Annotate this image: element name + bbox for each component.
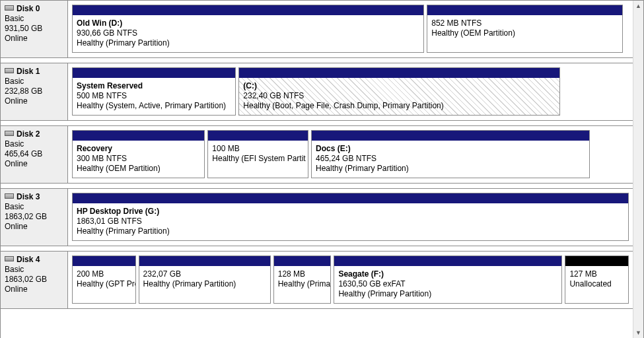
disk-info[interactable]: Disk 1Basic232,88 GBOnline [1,63,68,120]
disk-name: Disk 4 [17,255,40,264]
disk-row: Disk 4Basic1863,02 GBOnline200 MBHealthy… [1,251,633,309]
partition-body: 127 MBUnallocated [565,266,628,303]
partition-size: 232,40 GB NTFS [243,91,555,101]
disk-info[interactable]: Disk 2Basic465,64 GBOnline [1,126,68,183]
partition-size: 930,66 GB NTFS [77,28,419,38]
partition-color-bar [274,256,331,266]
disk-info[interactable]: Disk 4Basic1863,02 GBOnline [1,252,68,308]
disk-info[interactable]: Disk 3Basic1863,02 GBOnline [1,189,68,246]
disk-row: Disk 1Basic232,88 GBOnlineSystem Reserve… [1,63,633,121]
partition-size: 465,24 GB NTFS [316,154,585,164]
disk-icon [5,5,14,11]
disk-status: Online [5,222,63,232]
partition[interactable]: 127 MBUnallocated [565,255,629,304]
partition-size: 200 MB [77,269,131,279]
partition-color-bar [73,5,423,15]
partition-color-bar [73,68,235,78]
partition-body: 852 MB NTFSHealthy (OEM Partition) [427,15,622,52]
scroll-up-button[interactable]: ▲ [633,1,643,11]
partition-size: 852 MB NTFS [431,18,618,28]
disk-size: 931,50 GB [5,24,63,34]
disk-info[interactable]: Disk 0Basic931,50 GBOnline [1,1,68,57]
partition-color-bar [139,256,270,266]
disk-status: Online [5,285,63,294]
partition-body: 128 MBHealthy (Primar [274,266,331,303]
disk-row: Disk 0Basic931,50 GBOnlineOld Win (D:)93… [1,1,633,58]
disk-name: Disk 0 [17,4,40,13]
partition-label: (C:) [243,81,555,91]
partition-status: Healthy (Boot, Page File, Crash Dump, Pr… [243,101,555,111]
partition-color-bar [312,131,589,141]
partition-color-bar [239,68,559,78]
disk-icon [5,193,14,199]
partition[interactable]: HP Desktop Drive (G:)1863,01 GB NTFSHeal… [72,193,629,241]
partition-status: Healthy (Primary Partition) [77,226,624,236]
partitions-area: System Reserved500 MB NTFSHealthy (Syste… [68,63,633,120]
partition-color-bar [208,131,308,141]
partition-color-bar [73,193,628,203]
partition-status: Healthy (EFI System Partit [212,154,304,164]
partition[interactable]: Old Win (D:)930,66 GB NTFSHealthy (Prima… [72,5,424,53]
disk-name: Disk 2 [17,129,40,139]
partition-size: 500 MB NTFS [77,91,231,101]
partition-status: Unallocated [569,279,624,289]
partitions-area: Old Win (D:)930,66 GB NTFSHealthy (Prima… [68,1,633,57]
disk-type: Basic [5,14,63,24]
partition-color-bar [73,131,204,141]
disk-type: Basic [5,265,63,275]
empty-space [592,130,629,178]
partition[interactable]: 852 MB NTFSHealthy (OEM Partition) [427,5,623,53]
partition-body: Old Win (D:)930,66 GB NTFSHealthy (Prima… [73,15,423,52]
disk-type: Basic [5,77,63,86]
partition[interactable]: (C:)232,40 GB NTFSHealthy (Boot, Page Fi… [238,67,560,116]
disk-type: Basic [5,202,63,212]
partition[interactable]: Recovery300 MB NTFSHealthy (OEM Partitio… [72,130,205,178]
partition-body: System Reserved500 MB NTFSHealthy (Syste… [73,78,235,115]
partition-body: HP Desktop Drive (G:)1863,01 GB NTFSHeal… [73,203,628,240]
partition-status: Healthy (OEM Partition) [431,28,618,38]
disk-management-panel: Disk 0Basic931,50 GBOnlineOld Win (D:)93… [0,0,644,338]
partition-size: 1630,50 GB exFAT [338,279,557,289]
partition-body: Recovery300 MB NTFSHealthy (OEM Partitio… [73,141,204,178]
partition-status: Healthy (OEM Partition) [77,164,200,174]
disk-row: Disk 3Basic1863,02 GBOnlineHP Desktop Dr… [1,188,633,246]
vertical-scrollbar[interactable]: ▲ ▼ [633,1,643,338]
partition-status: Healthy (Primar [278,279,327,289]
partition[interactable]: Seagate (F:)1630,50 GB exFATHealthy (Pri… [334,255,562,304]
partition[interactable]: System Reserved500 MB NTFSHealthy (Syste… [72,67,236,116]
disk-name: Disk 1 [17,67,40,76]
empty-space [563,67,629,116]
partition-status: Healthy (Primary Partition) [316,164,585,174]
disk-size: 1863,02 GB [5,275,63,285]
partition-status: Healthy (System, Active, Primary Partiti… [77,101,231,111]
partition[interactable]: 100 MBHealthy (EFI System Partit [207,130,308,178]
partition-size: 300 MB NTFS [77,154,200,164]
partition-label: Docs (E:) [316,144,585,154]
partition[interactable]: Docs (E:)465,24 GB NTFSHealthy (Primary … [311,130,590,178]
partition-body: 200 MBHealthy (GPT Pro [73,266,135,303]
disk-icon [5,131,14,136]
partitions-area: Recovery300 MB NTFSHealthy (OEM Partitio… [68,126,633,183]
disk-icon [5,68,14,73]
partitions-area: HP Desktop Drive (G:)1863,01 GB NTFSHeal… [68,189,633,246]
partition-color-bar [427,5,622,15]
partitions-area: 200 MBHealthy (GPT Pro232,07 GBHealthy (… [68,252,633,308]
partition-label: System Reserved [77,81,231,91]
partition-status: Healthy (Primary Partition) [338,289,557,299]
scroll-track[interactable] [633,11,643,327]
partition-status: Healthy (Primary Partition) [143,279,266,289]
disk-status: Online [5,34,63,44]
partition-size: 128 MB [278,269,327,279]
disk-size: 1863,02 GB [5,212,63,222]
scroll-down-button[interactable]: ▼ [633,327,643,338]
partition[interactable]: 200 MBHealthy (GPT Pro [72,255,136,304]
partition-label: Recovery [77,144,200,154]
partition-body: Seagate (F:)1630,50 GB exFATHealthy (Pri… [334,266,561,303]
disk-name: Disk 3 [17,192,40,201]
partition-body: 100 MBHealthy (EFI System Partit [208,141,308,178]
partition-size: 127 MB [569,269,624,279]
disk-size: 232,88 GB [5,86,63,96]
disk-status: Online [5,96,63,106]
partition[interactable]: 232,07 GBHealthy (Primary Partition) [139,255,271,304]
partition[interactable]: 128 MBHealthy (Primar [273,255,332,304]
